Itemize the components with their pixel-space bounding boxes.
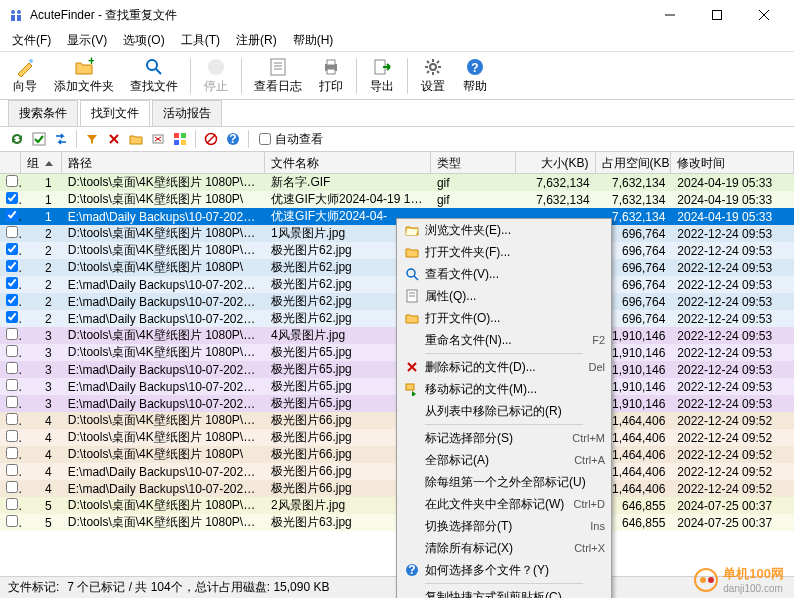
context-label: 全部标记(A) — [425, 452, 574, 469]
row-checkbox[interactable] — [6, 243, 18, 255]
context-item[interactable]: 打开文件(O)... — [397, 307, 611, 329]
menu-item[interactable]: 选项(O) — [115, 30, 172, 51]
context-item[interactable]: 重命名文件(N)... F2 — [397, 329, 611, 351]
app-icon — [8, 7, 24, 23]
minimize-button[interactable] — [647, 1, 692, 29]
mark-icon[interactable] — [30, 130, 48, 148]
tool-search[interactable]: 查找文件 — [122, 54, 186, 98]
context-item[interactable]: 打开文件夹(F)... — [397, 241, 611, 263]
context-item[interactable]: 浏览文件夹(E)... — [397, 219, 611, 241]
row-checkbox[interactable] — [6, 481, 18, 493]
row-checkbox[interactable] — [6, 515, 18, 527]
context-item[interactable]: 查看文件(V)... — [397, 263, 611, 285]
svg-point-44 — [708, 577, 714, 583]
tab[interactable]: 搜索条件 — [8, 100, 78, 126]
context-item[interactable]: 标记选择部分(S) Ctrl+M — [397, 427, 611, 449]
row-checkbox[interactable] — [6, 328, 18, 340]
close-button[interactable] — [741, 1, 786, 29]
row-checkbox[interactable] — [6, 379, 18, 391]
menu-item[interactable]: 帮助(H) — [285, 30, 342, 51]
menu-item[interactable]: 注册(R) — [228, 30, 285, 51]
col-date[interactable]: 修改时间 — [671, 152, 794, 173]
refresh-icon[interactable] — [8, 130, 26, 148]
context-shortcut: Ctrl+X — [574, 542, 605, 554]
row-checkbox[interactable] — [6, 277, 18, 289]
row-checkbox[interactable] — [6, 464, 18, 476]
tab[interactable]: 活动报告 — [152, 100, 222, 126]
col-type[interactable]: 类型 — [431, 152, 516, 173]
tool-print[interactable]: 打印 — [310, 54, 352, 98]
color-icon[interactable] — [171, 130, 189, 148]
context-item[interactable]: 从列表中移除已标记的(R) — [397, 400, 611, 422]
menu-item[interactable]: 显示(V) — [59, 30, 115, 51]
context-item[interactable]: ? 如何选择多个文件？(Y) — [397, 559, 611, 581]
menu-item[interactable]: 文件(F) — [4, 30, 59, 51]
svg-rect-2 — [11, 15, 15, 21]
help-small-icon[interactable]: ? — [224, 130, 242, 148]
row-checkbox[interactable] — [6, 362, 18, 374]
maximize-button[interactable] — [694, 1, 739, 29]
row-checkbox[interactable] — [6, 413, 18, 425]
tool-log[interactable]: 查看日志 — [246, 54, 310, 98]
context-shortcut: Ctrl+A — [574, 454, 605, 466]
blank-icon — [403, 332, 421, 348]
remove-list-icon[interactable] — [149, 130, 167, 148]
filter-icon[interactable] — [83, 130, 101, 148]
row-checkbox[interactable] — [6, 192, 18, 204]
context-item[interactable]: 清除所有标记(X) Ctrl+X — [397, 537, 611, 559]
col-path[interactable]: 路径 — [62, 152, 265, 173]
tool-export[interactable]: 导出 — [361, 54, 403, 98]
cell-path: D:\tools\桌面\4K壁纸图片 1080P\图例\ — [62, 343, 265, 362]
cell-group: 3 — [21, 396, 61, 412]
cell-date: 2022-12-24 09:53 — [671, 311, 794, 327]
row-checkbox[interactable] — [6, 311, 18, 323]
cancel-icon[interactable] — [202, 130, 220, 148]
tool-help[interactable]: ? 帮助 — [454, 54, 496, 98]
context-item[interactable]: 复制快捷方式到剪贴板(C) — [397, 586, 611, 598]
row-checkbox[interactable] — [6, 175, 18, 187]
context-label: 删除标记的文件(D)... — [425, 359, 588, 376]
context-item[interactable]: 属性(Q)... — [397, 285, 611, 307]
col-name[interactable]: 文件名称 — [265, 152, 431, 173]
transfer-icon[interactable] — [52, 130, 70, 148]
cell-path: E:\mad\Daily Backups\10-07-2024_15... — [62, 311, 265, 327]
context-item[interactable]: 在此文件夹中全部标记(W) Ctrl+D — [397, 493, 611, 515]
tab[interactable]: 找到文件 — [80, 100, 150, 126]
autocheck-checkbox[interactable] — [259, 133, 271, 145]
col-group[interactable]: 组 — [21, 152, 61, 173]
cell-group: 2 — [21, 260, 61, 276]
row-checkbox[interactable] — [6, 498, 18, 510]
tool-folder-plus[interactable]: + 添加文件夹 — [46, 54, 122, 98]
context-label: 查看文件(V)... — [425, 266, 605, 283]
context-item[interactable]: 除每组第一个之外全部标记(U) — [397, 471, 611, 493]
table-row[interactable]: 1 D:\tools\桌面\4K壁纸图片 1080P\out... 新名字.GI… — [0, 174, 794, 191]
cell-group: 5 — [21, 515, 61, 531]
menu-item[interactable]: 工具(T) — [173, 30, 228, 51]
tool-gear[interactable]: 设置 — [412, 54, 454, 98]
context-item[interactable]: 删除标记的文件(D)... Del — [397, 356, 611, 378]
row-checkbox[interactable] — [6, 396, 18, 408]
tool-stop[interactable]: 停止 — [195, 54, 237, 98]
row-checkbox[interactable] — [6, 294, 18, 306]
row-checkbox[interactable] — [6, 260, 18, 272]
col-size[interactable]: 大小(KB) — [516, 152, 596, 173]
tool-wizard[interactable]: 向导 — [4, 54, 46, 98]
context-item[interactable]: 全部标记(A) Ctrl+A — [397, 449, 611, 471]
col-occupied[interactable]: 占用空间(KB) — [596, 152, 672, 173]
context-item[interactable]: 切换选择部分(T) Ins — [397, 515, 611, 537]
delete-red-icon[interactable] — [105, 130, 123, 148]
tool-label: 查找文件 — [130, 78, 178, 95]
context-item[interactable]: 移动标记的文件(M)... — [397, 378, 611, 400]
table-row[interactable]: 1 D:\tools\桌面\4K壁纸图片 1080P\ 优速GIF大师2024-… — [0, 191, 794, 208]
wizard-icon — [15, 56, 35, 78]
context-shortcut: Ins — [590, 520, 605, 532]
row-checkbox[interactable] — [6, 209, 18, 221]
autocheck-toggle[interactable]: 自动查看 — [259, 131, 323, 148]
folder-icon[interactable] — [127, 130, 145, 148]
row-checkbox[interactable] — [6, 345, 18, 357]
row-checkbox[interactable] — [6, 226, 18, 238]
gear-icon — [423, 56, 443, 78]
row-checkbox[interactable] — [6, 447, 18, 459]
row-checkbox[interactable] — [6, 430, 18, 442]
context-label: 从列表中移除已标记的(R) — [425, 403, 605, 420]
